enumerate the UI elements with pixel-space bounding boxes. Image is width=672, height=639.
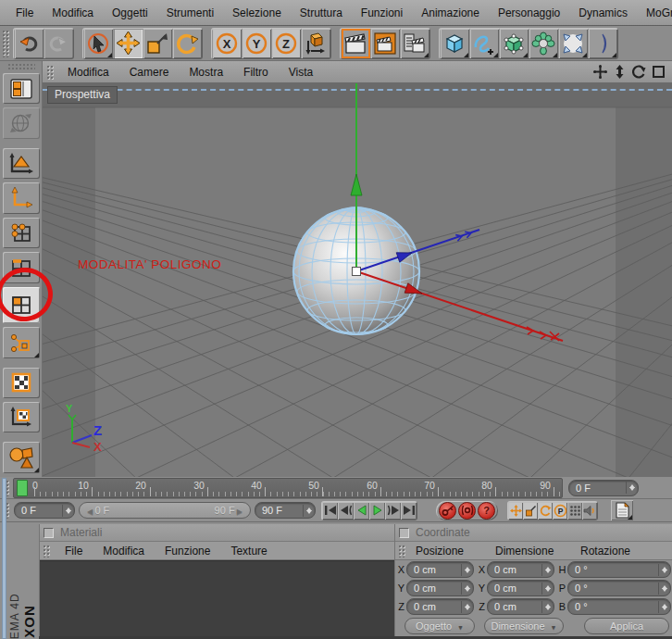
rotation-p-field[interactable]: 0 ° xyxy=(567,580,671,596)
keyframe-help-button[interactable]: ? xyxy=(478,502,495,520)
viewport-menu-grip[interactable] xyxy=(46,65,55,80)
toggle-view-button[interactable] xyxy=(651,64,666,80)
materials-menu-file[interactable]: File xyxy=(55,543,93,559)
spinner-arrows-icon[interactable] xyxy=(658,601,667,613)
rotate-tool-button[interactable] xyxy=(173,29,202,58)
live-selection-button[interactable] xyxy=(84,29,113,58)
menu-dynamics[interactable]: Dynamics xyxy=(570,4,636,22)
range-end-spinner[interactable]: 90 F xyxy=(255,502,316,519)
record-keyframe-button[interactable] xyxy=(439,502,456,520)
spinner-arrows-icon[interactable] xyxy=(626,482,635,494)
model-mode-button[interactable] xyxy=(3,148,40,179)
viewport-label[interactable]: Prospettiva xyxy=(47,86,118,104)
current-frame-spinner[interactable]: 0 F xyxy=(568,480,639,496)
apply-button[interactable]: Applica xyxy=(584,618,669,634)
menu-mograph[interactable]: MoGraph xyxy=(638,4,672,22)
menu-funzioni[interactable]: Funzioni xyxy=(353,4,411,22)
menu-selezione[interactable]: Selezione xyxy=(224,4,290,22)
add-modifier-button[interactable] xyxy=(529,29,558,58)
dimension-x-field[interactable]: 0 cm xyxy=(487,561,554,578)
add-generator-button[interactable] xyxy=(500,29,529,58)
timeline-playhead[interactable] xyxy=(17,480,28,496)
autokey-button[interactable] xyxy=(458,502,476,520)
project-settings-button[interactable] xyxy=(611,500,633,520)
position-z-field[interactable]: 0 cm xyxy=(406,598,474,615)
spinner-arrows-icon[interactable] xyxy=(541,583,551,595)
rotation-h-field[interactable]: 0 ° xyxy=(567,561,671,578)
pan-view-button[interactable] xyxy=(592,64,608,80)
add-spline-button[interactable] xyxy=(470,29,499,58)
spinner-arrows-icon[interactable] xyxy=(461,601,470,613)
vp-menu-modifica[interactable]: Modifica xyxy=(57,64,119,81)
lock-z-axis-button[interactable]: Z xyxy=(272,29,301,58)
key-scale-button[interactable] xyxy=(523,502,538,520)
snap-mode-button[interactable] xyxy=(3,442,40,472)
key-rotation-button[interactable] xyxy=(538,502,553,520)
key-parameter-button[interactable]: P xyxy=(553,502,567,520)
range-start-spinner[interactable]: 0 F xyxy=(14,502,75,519)
add-cube-primitive-button[interactable] xyxy=(441,29,469,58)
animation-mode-button[interactable] xyxy=(3,327,40,357)
object-mode-dropdown[interactable]: Oggetto xyxy=(404,618,475,634)
play-button[interactable] xyxy=(369,502,385,520)
dimension-mode-dropdown[interactable]: Dimensione xyxy=(484,618,564,634)
rotate-view-button[interactable] xyxy=(631,64,647,80)
point-mode-button[interactable] xyxy=(3,218,40,248)
texture-globe-mode-button[interactable] xyxy=(3,107,40,138)
render-picture-viewer-button[interactable] xyxy=(371,29,400,58)
materials-menu-funzione[interactable]: Funzione xyxy=(155,543,220,559)
position-x-field[interactable]: 0 cm xyxy=(406,561,474,578)
materials-menu-grip[interactable] xyxy=(43,545,51,558)
spinner-arrows-icon[interactable] xyxy=(461,583,470,595)
undo-button[interactable] xyxy=(15,29,44,58)
menu-animazione[interactable]: Animazione xyxy=(413,4,488,22)
vp-menu-camere[interactable]: Camere xyxy=(119,64,180,81)
add-deformer-button[interactable] xyxy=(589,29,617,58)
object-axis-mode-button[interactable] xyxy=(3,182,40,213)
vp-menu-mostra[interactable]: Mostra xyxy=(179,64,233,81)
menu-struttura[interactable]: Struttura xyxy=(292,4,351,22)
materials-menu-texture[interactable]: Texture xyxy=(220,543,277,559)
menu-oggetti[interactable]: Oggetti xyxy=(104,4,156,22)
next-key-button[interactable] xyxy=(385,502,401,520)
dimension-y-field[interactable]: 0 cm xyxy=(487,580,554,596)
render-settings-button[interactable] xyxy=(401,29,429,58)
key-sound-button[interactable] xyxy=(582,502,597,520)
spinner-arrows-icon[interactable] xyxy=(541,564,551,576)
menu-modifica[interactable]: Modifica xyxy=(44,4,102,22)
previous-key-button[interactable] xyxy=(338,502,354,520)
previous-frame-button[interactable] xyxy=(354,502,369,520)
move-tool-button[interactable] xyxy=(114,29,143,58)
materials-menu-modifica[interactable]: Modifica xyxy=(93,543,155,559)
add-particle-emitter-button[interactable] xyxy=(559,29,588,58)
perspective-viewport[interactable]: Prospettiva MODALITA' POLIGONO Y Z X xyxy=(43,83,672,477)
palette-grip[interactable] xyxy=(7,63,35,70)
spinner-arrows-icon[interactable] xyxy=(658,564,667,576)
materials-list-area[interactable] xyxy=(40,560,394,638)
panel-checkbox-icon[interactable] xyxy=(44,528,54,538)
panel-checkbox-icon[interactable] xyxy=(399,528,409,538)
dock-separator[interactable] xyxy=(2,478,6,639)
toolbar-grip[interactable] xyxy=(2,30,10,57)
rotation-b-field[interactable]: 0 ° xyxy=(567,598,671,615)
preview-range-slider[interactable]: 0 F 90 F xyxy=(79,502,251,519)
texture-mode-button[interactable] xyxy=(3,368,40,398)
coordinates-grip[interactable] xyxy=(398,545,406,558)
menu-file[interactable]: File xyxy=(7,4,42,22)
coordinate-system-button[interactable] xyxy=(302,29,330,58)
spinner-arrows-icon[interactable] xyxy=(658,583,667,595)
spinner-arrows-icon[interactable] xyxy=(461,564,470,576)
timeline-ruler[interactable]: 0 10 20 30 40 50 60 70 80 90 xyxy=(13,478,563,498)
position-y-field[interactable]: 0 cm xyxy=(406,580,474,596)
vp-menu-filtro[interactable]: Filtro xyxy=(233,64,279,81)
polygon-mode-button[interactable] xyxy=(3,287,40,323)
vp-menu-vista[interactable]: Vista xyxy=(279,64,323,81)
texture-axis-mode-button[interactable] xyxy=(3,402,40,432)
menu-personaggio[interactable]: Personaggio xyxy=(490,4,568,22)
make-editable-button[interactable] xyxy=(3,73,40,104)
spinner-arrows-icon[interactable] xyxy=(62,505,71,517)
lock-y-axis-button[interactable]: Y xyxy=(243,29,271,58)
go-to-end-button[interactable] xyxy=(401,502,417,520)
spinner-arrows-icon[interactable] xyxy=(303,505,312,517)
edge-mode-button[interactable] xyxy=(3,252,40,282)
